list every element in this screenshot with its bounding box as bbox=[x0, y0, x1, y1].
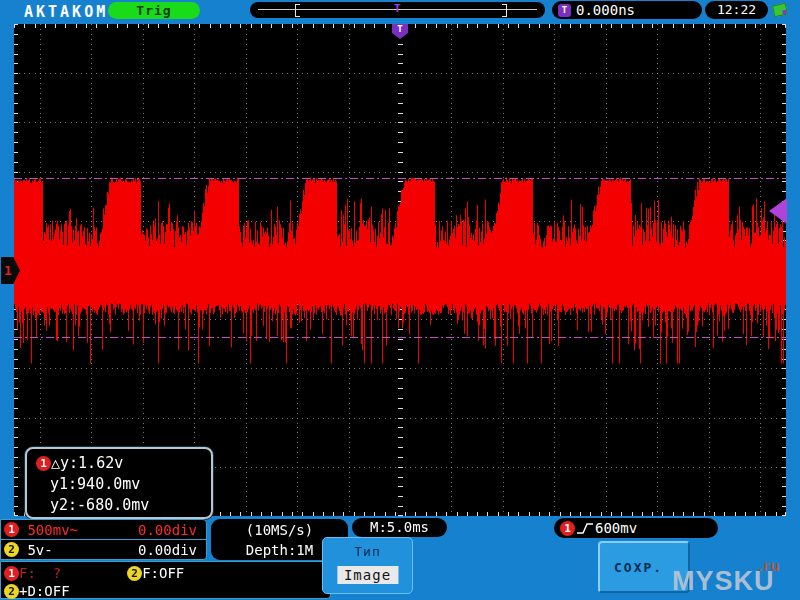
watermark-tld: .ru bbox=[758, 557, 780, 574]
watermark: MYSKU .ru bbox=[672, 566, 775, 597]
ch2-settings-row: 2 5v- 0.00div bbox=[1, 540, 206, 559]
ch1-badge: 1 bbox=[4, 522, 19, 537]
cursor-readout-box: 1△y:1.62v y1:940.0mv y2:-680.0mv bbox=[25, 447, 213, 519]
rising-edge-icon bbox=[575, 520, 595, 536]
ch1-position: 0.00div bbox=[138, 522, 197, 538]
waveform-canvas bbox=[14, 24, 786, 516]
channel-settings-box: 1 500mv~ 0.00div 2 5v- 0.00div bbox=[0, 519, 207, 560]
cursor-y2-value: y2:-680.0mv bbox=[27, 495, 211, 516]
brand-logo: AKTAKOM bbox=[24, 3, 108, 21]
ch2-badge: 2 bbox=[4, 542, 19, 557]
trigger-t-icon: T bbox=[558, 4, 571, 17]
ch1-settings-row: 1 500mv~ 0.00div bbox=[1, 520, 206, 540]
record-position-bar: T bbox=[250, 2, 545, 18]
ch2-position: 0.00div bbox=[138, 542, 197, 558]
ch2-badge: 2 bbox=[127, 566, 142, 581]
ch1-badge: 1 bbox=[560, 521, 575, 536]
menu-type-label: Тип bbox=[323, 544, 412, 559]
measurement-box: 1 F: ? 2 F:OFF 2 +D:OFF bbox=[0, 561, 331, 599]
ch1-scale: 500mv~ bbox=[27, 522, 78, 538]
window-left-bracket bbox=[295, 4, 300, 17]
ch2-delay-measure: +D:OFF bbox=[19, 583, 70, 599]
usb-storage-icon bbox=[772, 3, 788, 18]
ch1-badge: 1 bbox=[36, 456, 51, 471]
trigger-status-badge: Trig bbox=[108, 2, 200, 19]
ch1-freq-measure: F: ? bbox=[19, 565, 61, 581]
timebase-readout: M:5.0ms bbox=[352, 518, 447, 537]
save-menu-panel: Тип Image bbox=[322, 537, 413, 594]
trigger-level-readout: 1 600mv bbox=[554, 518, 718, 538]
trigger-time-value: 0.000ns bbox=[576, 2, 635, 18]
trigger-level-value: 600mv bbox=[595, 520, 637, 536]
clock: 12:22 bbox=[705, 1, 768, 19]
ch2-badge: 2 bbox=[4, 584, 19, 599]
ch1-badge: 1 bbox=[4, 566, 19, 581]
trigger-time-readout: T 0.000ns bbox=[552, 1, 702, 19]
menu-type-selected-option[interactable]: Image bbox=[337, 566, 398, 584]
cursor-dy-value: △y:1.62v bbox=[51, 454, 123, 472]
ch2-freq-measure: F:OFF bbox=[142, 565, 184, 581]
oscilloscope-screen: AKTAKOM Trig T T 0.000ns 12:22 T 1 1△y:1… bbox=[0, 0, 800, 600]
save-button-label: СОХР. bbox=[614, 560, 663, 575]
trigger-position-icon: T bbox=[394, 2, 401, 16]
cursor-y1-value: y1:940.0mv bbox=[27, 474, 211, 495]
window-right-bracket bbox=[502, 4, 507, 17]
ch2-scale: 5v- bbox=[27, 542, 52, 558]
